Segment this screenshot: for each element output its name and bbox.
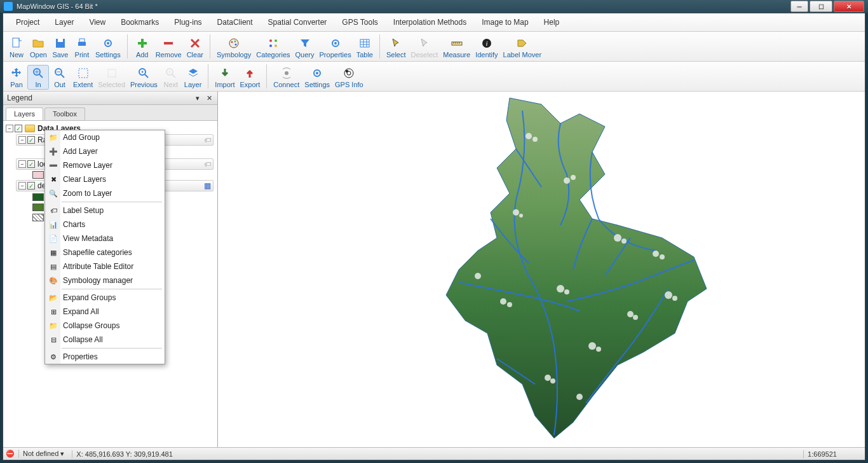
ctx-collapse-all[interactable]: ⊟Collapse All bbox=[45, 333, 165, 347]
tool-table[interactable]: Table bbox=[354, 35, 376, 60]
tool-pan[interactable]: Pan bbox=[6, 65, 27, 90]
tool-save[interactable]: Save bbox=[50, 35, 71, 60]
svg-point-30 bbox=[285, 71, 288, 75]
tool-clear[interactable]: Clear bbox=[184, 35, 206, 60]
ctx-icon: ✖ bbox=[48, 174, 59, 184]
ctx-icon: 🏷 bbox=[48, 205, 59, 216]
tool-select[interactable]: Select bbox=[384, 35, 409, 60]
tool-import[interactable]: Import bbox=[212, 65, 237, 90]
menu-spatial-converter[interactable]: Spatial Converter bbox=[261, 16, 335, 29]
menu-plug-ins[interactable]: Plug-ins bbox=[166, 16, 209, 29]
checkbox[interactable]: ✓ bbox=[27, 136, 35, 144]
svg-rect-2 bbox=[58, 39, 63, 42]
ctx-zoom-to-layer[interactable]: 🔍Zoom to Layer bbox=[45, 186, 165, 200]
svg-point-37 bbox=[532, 137, 538, 142]
ctx-label: Symbology manager bbox=[63, 276, 133, 285]
menu-view[interactable]: View bbox=[81, 16, 113, 29]
ctx-icon: ⚙ bbox=[48, 352, 59, 362]
titlebar: MapWindow GIS - 64 Bit * ─ ☐ ✕ bbox=[0, 0, 868, 13]
tool-open[interactable]: Open bbox=[27, 35, 50, 60]
close-panel-icon[interactable]: ✕ bbox=[205, 93, 214, 102]
menu-gps-tools[interactable]: GPS Tools bbox=[334, 16, 385, 29]
menu-image-to-map[interactable]: Image to Map bbox=[474, 16, 536, 29]
tag-icon: 🏷 bbox=[204, 136, 211, 144]
checkbox[interactable]: ✓ bbox=[15, 125, 22, 132]
tool-symbology[interactable]: Symbology bbox=[214, 35, 254, 60]
tab-layers[interactable]: Layers bbox=[6, 107, 43, 120]
ctx-attribute-table-editor[interactable]: ▤Attribute Table Editor bbox=[45, 259, 165, 273]
svg-text:i: i bbox=[485, 39, 487, 47]
ctx-label: Zoom to Layer bbox=[63, 189, 112, 198]
tool-remove[interactable]: Remove bbox=[153, 35, 184, 60]
checkbox[interactable]: ✓ bbox=[27, 182, 35, 190]
ctx-label-setup[interactable]: 🏷Label Setup bbox=[45, 204, 165, 218]
tab-toolbox[interactable]: Toolbox bbox=[44, 107, 85, 120]
expand-icon[interactable]: − bbox=[18, 182, 26, 190]
gear-icon bbox=[101, 36, 115, 50]
tool-identify[interactable]: iIdentify bbox=[473, 35, 500, 60]
tool-previous[interactable]: Previous bbox=[128, 65, 160, 90]
ctx-add-layer[interactable]: ➕Add Layer bbox=[45, 144, 165, 158]
tool-categories[interactable]: Categories bbox=[254, 35, 292, 60]
ctx-charts[interactable]: 📊Charts bbox=[45, 218, 165, 232]
tool-in[interactable]: In bbox=[27, 65, 49, 90]
tool-connect[interactable]: Connect bbox=[271, 65, 302, 90]
tool-next[interactable]: Next bbox=[160, 65, 182, 90]
tool-out[interactable]: Out bbox=[49, 65, 71, 90]
ctx-remove-layer[interactable]: ➖Remove Layer bbox=[45, 158, 165, 172]
context-menu[interactable]: 📁Add Group➕Add Layer➖Remove Layer✖Clear … bbox=[44, 130, 165, 364]
menu-dataclient[interactable]: DataClient bbox=[210, 16, 261, 29]
status-projection[interactable]: Not defined ▾ bbox=[18, 450, 68, 458]
menu-layer[interactable]: Layer bbox=[47, 16, 81, 29]
tool-export[interactable]: Export bbox=[238, 65, 263, 90]
minus-icon bbox=[161, 36, 175, 50]
svg-point-34 bbox=[344, 69, 353, 78]
tool-print[interactable]: Print bbox=[71, 35, 93, 60]
ctx-shapefile-categories[interactable]: ▦Shapefile categories bbox=[45, 245, 165, 259]
tool-new[interactable]: New bbox=[6, 35, 27, 60]
ctx-label: Expand Groups bbox=[63, 293, 116, 302]
tool-label: Categories bbox=[256, 51, 290, 59]
tool-label: Identify bbox=[475, 51, 498, 59]
ctx-view-metadata[interactable]: 📄View Metadata bbox=[45, 232, 165, 245]
pin-icon[interactable]: ▾ bbox=[193, 93, 202, 102]
menu-bookmarks[interactable]: Bookmarks bbox=[113, 16, 166, 29]
ctx-symbology-manager[interactable]: 🎨Symbology manager bbox=[45, 273, 165, 287]
ctx-collapse-groups[interactable]: 📁Collapse Groups bbox=[45, 319, 165, 333]
ctx-label: Remove Layer bbox=[63, 161, 112, 170]
tool-layer[interactable]: Layer bbox=[182, 65, 205, 90]
ctx-expand-all[interactable]: ⊞Expand All bbox=[45, 305, 165, 319]
maximize-button[interactable]: ☐ bbox=[810, 1, 832, 12]
tool-settings[interactable]: Settings bbox=[302, 65, 332, 90]
ctx-properties[interactable]: ⚙Properties bbox=[45, 350, 165, 364]
ctx-clear-layers[interactable]: ✖Clear Layers bbox=[45, 172, 165, 186]
tool-label-mover[interactable]: Label Mover bbox=[501, 35, 545, 60]
svg-rect-27 bbox=[108, 69, 116, 77]
ctx-label: View Metadata bbox=[63, 234, 113, 243]
tool-gps-info[interactable]: GPS Info bbox=[332, 65, 366, 90]
tool-measure[interactable]: Measure bbox=[440, 35, 473, 60]
minimize-button[interactable]: ─ bbox=[790, 1, 808, 12]
checkbox[interactable]: ✓ bbox=[27, 160, 35, 168]
menu-interpolation-methods[interactable]: Interpolation Methods bbox=[386, 16, 474, 29]
funnel-icon bbox=[298, 36, 312, 50]
svg-point-19 bbox=[334, 42, 337, 45]
svg-point-38 bbox=[564, 177, 570, 184]
tool-properties[interactable]: Properties bbox=[317, 35, 354, 60]
menu-help[interactable]: Help bbox=[536, 16, 567, 29]
tool-deselect[interactable]: Deselect bbox=[409, 35, 441, 60]
tool-label: In bbox=[35, 81, 41, 88]
tool-query[interactable]: Query bbox=[293, 35, 317, 60]
ctx-add-group[interactable]: 📁Add Group bbox=[45, 130, 165, 144]
map-canvas[interactable] bbox=[218, 92, 865, 447]
expand-icon[interactable]: − bbox=[18, 160, 26, 168]
tool-extent[interactable]: Extent bbox=[71, 65, 95, 90]
expand-icon[interactable]: − bbox=[18, 136, 26, 144]
tool-settings[interactable]: Settings bbox=[93, 35, 123, 60]
ctx-expand-groups[interactable]: 📂Expand Groups bbox=[45, 291, 165, 305]
expand-icon[interactable]: − bbox=[6, 125, 13, 132]
tool-add[interactable]: Add bbox=[132, 35, 153, 60]
close-button[interactable]: ✕ bbox=[834, 1, 864, 12]
tool-selected[interactable]: Selected bbox=[95, 65, 128, 90]
menu-project[interactable]: Project bbox=[8, 16, 47, 29]
